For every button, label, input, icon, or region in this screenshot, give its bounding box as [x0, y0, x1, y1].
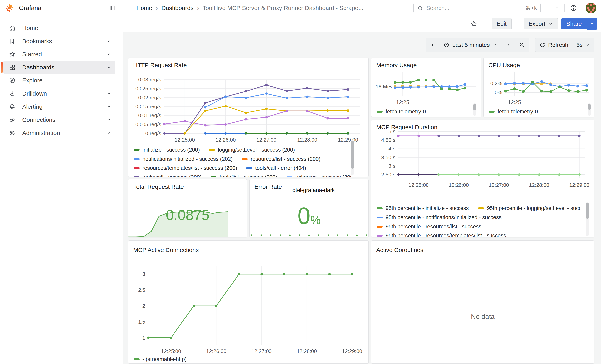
legend-item[interactable]: - (streamable-http) — [134, 356, 187, 362]
breadcrumb-current: ToolHive MCP Server & Proxy Runner Dashb… — [203, 5, 363, 11]
sidebar-item-label: Alerting — [22, 103, 42, 110]
refresh-interval-picker[interactable]: 5s — [572, 38, 594, 52]
panel-title[interactable]: Total Request Rate — [128, 179, 247, 190]
legend-item[interactable]: tools/list - success (200) — [211, 174, 277, 177]
panel-title[interactable]: HTTP Request Rate — [128, 58, 369, 69]
search-box[interactable]: ⌘+k — [413, 3, 541, 13]
panel-cpu-usage: CPU Usage 0.2%0%12:25 fetch-telemetry-0 — [483, 58, 594, 117]
chevron-down-icon[interactable] — [106, 118, 111, 122]
sidebar-item-label: Explore — [22, 77, 42, 84]
share-button[interactable]: Share — [561, 18, 587, 30]
sidebar-item-dashboards[interactable]: Dashboards — [3, 61, 115, 74]
svg-text:3 s: 3 s — [388, 163, 395, 169]
sidebar-item-alerting[interactable]: Alerting — [3, 100, 115, 113]
chevron-down-icon[interactable] — [106, 91, 111, 96]
sidebar-item-explore[interactable]: Explore — [3, 74, 115, 87]
legend-item[interactable]: 95th percentile - notifications/initiali… — [377, 214, 502, 221]
dashboard-canvas: Last 5 minutes Refresh 5s — [123, 32, 601, 364]
memory-legend: fetch-telemetry-0 — [377, 109, 469, 116]
panel-active-goroutines: Active Goroutines No data — [371, 240, 594, 364]
legend-label: fetch-telemetry-0 — [498, 109, 538, 115]
legend-label: 95th percentile - notifications/initiali… — [386, 214, 502, 221]
search-input[interactable] — [426, 5, 523, 11]
legend-row: initialize - success (200)logging/setLev… — [134, 147, 351, 153]
legend-item[interactable]: unknown - success (200) — [286, 174, 351, 177]
dashboards-grid-icon — [9, 64, 16, 71]
legend-item[interactable]: 95th percentile - initialize - success — [377, 205, 469, 211]
cpu-usage-chart[interactable]: 0.2%0%12:25 — [486, 69, 592, 107]
legend-scrollbar-thumb[interactable] — [473, 104, 476, 110]
panel-title[interactable]: Memory Usage — [371, 58, 481, 69]
sidebar-nav: Home Bookmarks Starred Dashboards Explor… — [0, 16, 123, 364]
user-avatar[interactable] — [585, 2, 597, 13]
chevron-down-icon[interactable] — [106, 65, 111, 70]
svg-text:12:25:00: 12:25:00 — [161, 348, 181, 354]
sidebar-item-connections[interactable]: Connections — [3, 113, 115, 126]
legend-item[interactable]: resources/list - success (200) — [242, 156, 320, 162]
chevron-down-icon[interactable] — [106, 39, 111, 43]
memory-usage-chart[interactable]: 16 MiB12:25 — [373, 69, 479, 107]
sidebar-item-bookmarks[interactable]: Bookmarks — [3, 35, 115, 48]
http-request-rate-chart[interactable]: 0.03 req/s0.025 req/s0.02 req/s0.015 req… — [131, 77, 366, 142]
svg-text:0.005 req/s: 0.005 req/s — [135, 121, 161, 127]
zoom-out-button[interactable] — [515, 38, 529, 52]
favorite-star-icon[interactable] — [468, 18, 480, 30]
legend-item[interactable]: 95th percentile - resources/list - succe… — [377, 224, 481, 230]
sidebar-item-home[interactable]: Home — [3, 21, 115, 35]
legend-scrollbar-thumb[interactable] — [351, 141, 354, 169]
share-dropdown-caret[interactable] — [587, 18, 597, 30]
panel-title[interactable]: Active Goroutines — [371, 241, 594, 253]
legend-item[interactable]: notifications/initialized - success (202… — [134, 156, 232, 162]
svg-text:12:28:00: 12:28:00 — [297, 348, 317, 354]
time-shift-forward-button[interactable] — [501, 38, 515, 52]
edit-button[interactable]: Edit — [492, 18, 511, 30]
gear-icon — [9, 129, 16, 136]
legend-item[interactable]: 95th percentile - resources/templates/li… — [377, 233, 506, 238]
legend-item[interactable]: fetch-telemetry-0 — [489, 109, 538, 115]
time-range-picker[interactable]: Last 5 minutes — [439, 38, 501, 52]
breadcrumb-dashboards[interactable]: Dashboards — [161, 5, 194, 11]
connections-icon — [9, 117, 16, 123]
chevron-down-icon[interactable] — [106, 130, 111, 135]
legend-item[interactable]: logging/setLevel - success (200) — [209, 147, 295, 153]
panel-title[interactable]: MCP Active Connections — [128, 241, 369, 253]
bookmark-icon — [9, 38, 16, 45]
grafana-logo[interactable] — [5, 4, 14, 12]
series-color-chip — [377, 226, 383, 227]
refresh-button[interactable]: Refresh — [535, 38, 572, 52]
legend-item[interactable]: initialize - success (200) — [134, 147, 200, 153]
dashboard-actions-bar: Edit Export Share — [123, 16, 601, 32]
svg-text:0.01 req/s: 0.01 req/s — [138, 112, 161, 118]
chevron-down-icon — [548, 21, 553, 26]
chevron-down-icon[interactable] — [106, 104, 111, 109]
time-shift-back-button[interactable] — [426, 38, 440, 52]
legend-item[interactable]: 95th percentile - logging/setLevel - suc… — [478, 205, 580, 211]
mcp-request-duration-chart[interactable]: 5 s4.50 s4 s3.50 s3 s2.50 s12:25:0012:26… — [375, 128, 591, 195]
sidebar-item-administration[interactable]: Administration — [3, 126, 115, 139]
series-color-chip — [134, 158, 140, 160]
panel-mcp-request-duration: MCP Request Duration 5 s4.50 s4 s3.50 s3… — [371, 120, 594, 237]
legend-item[interactable]: tools/call - error (404) — [246, 165, 306, 171]
mcp-active-connections-chart[interactable]: 32.521.5112:25:0012:26:0012:27:0012:28:0… — [131, 260, 365, 364]
panel-title[interactable]: CPU Usage — [483, 58, 594, 69]
series-color-chip — [242, 158, 248, 160]
svg-text:0.015 req/s: 0.015 req/s — [135, 104, 161, 109]
error-rate-sparkline[interactable] — [251, 232, 367, 237]
zoom-out-icon — [519, 42, 525, 48]
legend-row: fetch-telemetry-0 — [377, 109, 469, 115]
chevron-down-icon[interactable] — [106, 52, 111, 57]
chart-svg: 32.521.5112:25:0012:26:0012:27:0012:28:0… — [131, 260, 365, 364]
legend-item[interactable]: tools/call - success (200) — [134, 174, 201, 177]
legend-scrollbar-thumb[interactable] — [586, 203, 589, 219]
add-button[interactable] — [545, 2, 561, 13]
legend-scrollbar-thumb[interactable] — [588, 104, 591, 110]
series-color-chip — [134, 167, 140, 169]
dock-sidebar-icon[interactable] — [107, 2, 118, 13]
help-icon[interactable] — [568, 2, 579, 13]
legend-item[interactable]: fetch-telemetry-0 — [377, 109, 426, 115]
sidebar-item-drilldown[interactable]: Drilldown — [3, 87, 115, 100]
breadcrumb-home[interactable]: Home — [136, 5, 152, 11]
export-button[interactable]: Export — [524, 18, 558, 30]
legend-item[interactable]: resources/templates/list - success (200) — [134, 165, 237, 171]
sidebar-item-starred[interactable]: Starred — [3, 48, 115, 61]
